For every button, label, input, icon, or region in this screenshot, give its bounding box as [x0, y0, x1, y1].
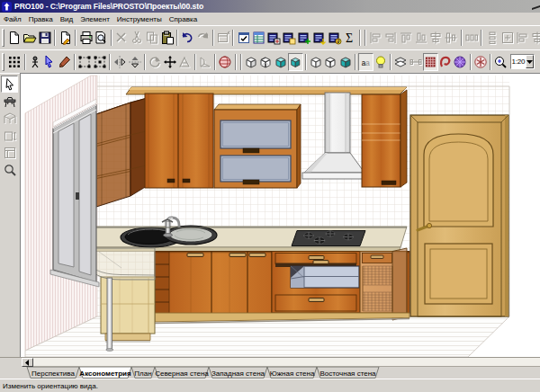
svg-text:Западная стена: Западная стена	[212, 370, 266, 378]
svg-text:План: План	[134, 370, 151, 378]
svg-text:Аксонометрия: Аксонометрия	[79, 370, 131, 378]
svg-text:Перспектива: Перспектива	[32, 370, 75, 378]
svg-text:Σ: Σ	[346, 31, 353, 45]
svg-text:Северная стена: Северная стена	[155, 370, 209, 378]
svg-text:a: a	[365, 58, 370, 67]
svg-text:Южная стена: Южная стена	[270, 370, 315, 378]
svg-text:Восточная стена: Восточная стена	[320, 370, 376, 378]
